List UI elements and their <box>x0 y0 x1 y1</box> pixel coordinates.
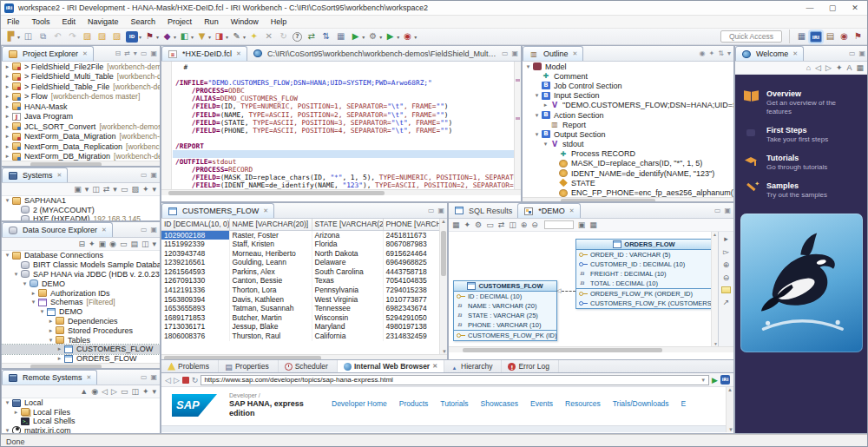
cell-state[interactable]: California <box>312 332 383 341</box>
url-bar[interactable]: https://www.sap.com/developer/topics/sap… <box>201 375 709 385</box>
minimize-view-icon[interactable]: ▭ <box>428 207 435 214</box>
expand-arrow-icon[interactable]: ▸ <box>12 409 20 416</box>
menu-item[interactable]: File <box>1 16 26 28</box>
cell-state[interactable]: Arizona <box>312 230 383 240</box>
tree-item[interactable]: ▸ Java Program <box>2 112 160 122</box>
panel-toolbar-icon[interactable]: ▲ <box>80 385 88 398</box>
menu-item[interactable]: Search <box>125 16 162 28</box>
maximize-view-icon[interactable]: ▣ <box>858 49 865 57</box>
expand-arrow-icon[interactable]: ▾ <box>3 197 11 204</box>
open-external-browser-icon[interactable]: IRI <box>720 375 730 385</box>
code-content[interactable]: # −/INFILE="DEMO.CUSTOMERS_FLOW;DSN=HANA… <box>173 63 514 189</box>
fk-relationship-connector[interactable] <box>562 291 575 292</box>
tree-item[interactable]: ▾ stdout <box>523 140 733 149</box>
browser-scrollbar[interactable]: ▲▼ <box>726 387 733 432</box>
cell-name[interactable]: Canton, Bessie <box>229 276 312 286</box>
link-editor-icon[interactable]: ⇄ <box>124 49 130 57</box>
entity-column[interactable]: STATE : VARCHAR (25) <box>454 311 556 320</box>
maximize-view-icon[interactable]: ▣ <box>437 207 444 214</box>
minimize-view-icon[interactable]: ▭ <box>849 49 856 57</box>
cell-phone[interactable]: 8067087983 <box>383 240 440 249</box>
tree-item[interactable]: ▸ ORDERS_FLOW <box>2 354 160 363</box>
expand-arrow-icon[interactable]: ▾ <box>30 299 37 306</box>
close-tab-icon[interactable]: ✕ <box>792 50 798 57</box>
tree-item[interactable]: ▸ NextForm_DB_Migration [workbench-demo <box>2 152 160 161</box>
panel-toolbar-icon[interactable]: ▾ <box>152 385 156 398</box>
entity-column[interactable]: CUSTOMER_ID : DECIMAL (10) <box>576 260 712 269</box>
tab-data-source-explorer[interactable]: Data Source Explorer ✕ <box>2 222 113 237</box>
entity-key[interactable]: CUSTOMERS_FLOW_FK (CUSTOMERS_F <box>576 299 712 308</box>
panel-toolbar-icon[interactable]: ▾ <box>152 183 156 195</box>
expand-arrow-icon[interactable]: ▾ <box>533 112 541 119</box>
entity-column[interactable]: ID : DECIMAL (10) <box>454 292 556 301</box>
maximize-view-icon[interactable]: ▣ <box>511 49 518 57</box>
grid-row[interactable]: 1261564593 Parkins, Alex South Carolina … <box>161 267 440 277</box>
tree-item[interactable]: Report <box>523 120 733 129</box>
expand-arrow-icon[interactable]: ▸ <box>3 123 11 130</box>
diagram-toolbar-icon[interactable]: ⊖ <box>531 220 538 229</box>
cell-state[interactable]: North Dakota <box>312 249 383 259</box>
tree-item[interactable]: ▾ matrix.iri.com <box>2 426 160 435</box>
fieldshield-wizard-icon[interactable]: ▼ ▾ <box>195 30 212 43</box>
highlight-icon[interactable]: ✦ <box>247 30 261 43</box>
expand-arrow-icon[interactable]: ▾ <box>3 252 11 259</box>
tree-item[interactable]: ▾ Tables <box>2 335 160 345</box>
menu-item[interactable]: Edit <box>56 16 82 28</box>
tree-item[interactable]: ▸ > FieldShield_Table_File [workbench-de… <box>2 82 160 92</box>
browser-page[interactable]: SAP Developer / SAP HANA, express editio… <box>161 387 733 432</box>
grid-row[interactable]: 1653655893 Tatman, Susannah Tennessee 69… <box>161 304 440 313</box>
cell-id[interactable]: 1267091330 <box>161 276 229 286</box>
panel-toolbar-icon[interactable]: ⇄ <box>103 183 110 195</box>
tab-remote-systems[interactable]: Remote Systems ✕ <box>2 370 97 385</box>
expand-arrow-icon[interactable]: ▸ <box>3 83 11 90</box>
panel-toolbar-icon[interactable]: ✦ <box>142 183 149 195</box>
diagram-toolbar-icon[interactable]: ▦ <box>452 220 460 229</box>
tab-systems[interactable]: Systems ✕ <box>2 168 68 182</box>
refresh-icon[interactable]: ↻ <box>277 30 291 43</box>
overview-ruler[interactable] <box>514 62 521 189</box>
cell-state[interactable]: Maryland <box>312 322 383 332</box>
tree-item[interactable]: Process RECORD <box>523 149 733 159</box>
grid-toggle-icon[interactable]: ▣ <box>578 220 586 229</box>
subset-wizard-icon[interactable]: ◆ ▾ <box>161 30 177 43</box>
expand-arrow-icon[interactable]: ▸ <box>3 63 11 70</box>
expand-arrow-icon[interactable]: ▾ <box>47 337 55 344</box>
tab-sql-results[interactable]: SQL Results <box>449 203 517 218</box>
forward-icon[interactable]: ▷ <box>174 376 180 385</box>
zoom-out-icon[interactable]: ⊖ <box>723 273 730 282</box>
save-icon[interactable]: ◫ <box>22 30 36 43</box>
bottom-view-tab[interactable]: Scheduler <box>279 360 338 372</box>
expand-arrow-icon[interactable]: ▾ <box>3 399 11 406</box>
expand-arrow-icon[interactable]: ▸ <box>47 327 55 334</box>
cell-phone[interactable]: 4443758718 <box>383 267 440 277</box>
panel-toolbar-icon[interactable]: ▾ <box>152 238 156 250</box>
cell-id[interactable]: 1261564593 <box>161 267 229 277</box>
tree-item[interactable]: STATE <box>523 178 733 187</box>
cell-phone[interactable]: 7054104835 <box>383 276 440 286</box>
tree-item[interactable]: ▾ Schemas [Filtered] <box>2 298 160 307</box>
expand-arrow-icon[interactable]: ▸ <box>30 290 37 297</box>
cell-name[interactable]: Butcher, Martin <box>229 313 312 323</box>
sap-nav-link[interactable]: Events <box>530 399 553 408</box>
expand-arrow-icon[interactable]: ▸ <box>56 355 63 362</box>
tree-item[interactable]: HXE (HXEADM) 192.168.3.145 <box>2 214 160 221</box>
go-button[interactable]: ▶ <box>712 376 718 385</box>
tree-item[interactable]: ▾ SAP HANA via JDBC (HDB v. 2.0.23.00.15 <box>2 270 160 279</box>
tab-hxe-deid-fcl[interactable]: *HXE-DeID.fcl ✕ <box>161 46 247 61</box>
profile-icon[interactable]: ◉ ▾ <box>401 30 418 43</box>
expand-arrow-icon[interactable]: ▾ <box>542 141 549 148</box>
cell-name[interactable]: Thorton, Lora <box>229 286 312 295</box>
horizontal-scrollbar[interactable] <box>2 363 160 369</box>
tree-item[interactable]: ▸ > FieldShield_File2File [workbench-dem… <box>2 62 160 72</box>
tree-item[interactable]: ▸ > Flow [workbench-demos master] <box>2 92 160 102</box>
sap-nav-link[interactable]: Trials/Downloads <box>613 399 669 408</box>
tab-customers-flow[interactable]: CUSTOMERS_FLOW ✕ <box>161 203 274 218</box>
url-dropdown-icon[interactable]: ▼ <box>700 378 706 383</box>
flag-jobs-icon[interactable]: ⚑ ▾ <box>143 30 160 43</box>
welcome-toolbar-icon[interactable]: ✦ <box>836 63 843 72</box>
grid-row[interactable]: 1689171853 Butcher, Martin Wisconsin 529… <box>161 313 440 323</box>
tab-browser-file[interactable]: C:\IRI\CoSort95\workbench\workbench-demo… <box>247 46 502 61</box>
panel-toolbar-icon[interactable]: ✦ <box>89 238 95 250</box>
table-view-icon[interactable]: ▦ <box>334 30 348 43</box>
panel-toolbar-icon[interactable]: ▾ <box>85 183 89 195</box>
